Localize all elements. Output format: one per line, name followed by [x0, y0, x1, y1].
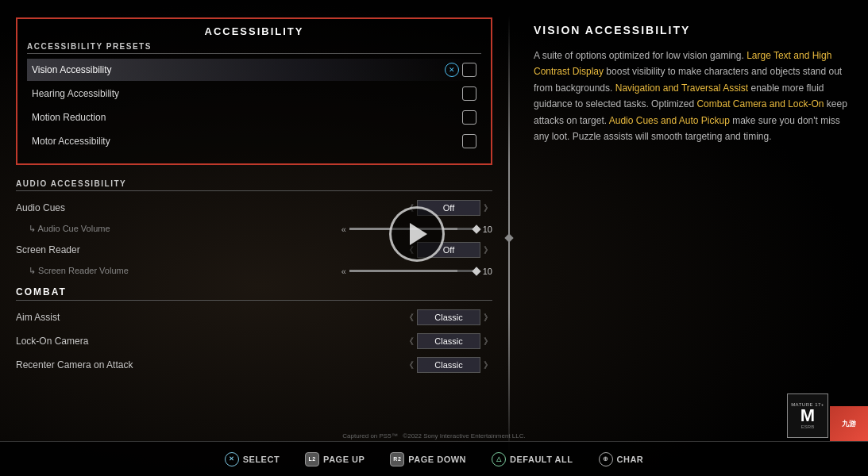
square-icon-motion — [462, 110, 476, 125]
cross-icon-btn: ✕ — [225, 452, 239, 466]
desc-highlight-4: Audio Cues and Auto Pickup — [609, 115, 730, 126]
preset-motion-label: Motion Reduction — [32, 112, 106, 123]
lockon-camera-label: Lock-On Camera — [16, 336, 405, 347]
recenter-camera-row: Recenter Camera on Attack 《 Classic 》 — [16, 353, 492, 377]
aim-assist-row: Aim Assist 《 Classic 》 — [16, 305, 492, 329]
lockon-right-arrow[interactable]: 》 — [484, 336, 492, 347]
page-up-button[interactable]: L2 PAGE UP — [292, 452, 377, 466]
audio-vol-left-arrow[interactable]: « — [341, 225, 346, 234]
aim-assist-label: Aim Assist — [16, 312, 405, 323]
sr-vol-number: 10 — [483, 267, 492, 276]
aim-assist-value-container: 《 Classic 》 — [405, 309, 492, 325]
preset-hearing-icons — [462, 86, 476, 101]
default-all-button[interactable]: △ DEFAULT ALL — [479, 452, 585, 466]
page-down-label: PAGE DOWN — [408, 455, 466, 464]
desc-part-1: A suite of options optimized for low vis… — [534, 50, 746, 61]
preset-vision[interactable]: Vision Accessibility ✕ — [27, 59, 481, 81]
screen-reader-right-arrow[interactable]: 》 — [484, 244, 492, 256]
screen-reader-volume-row: ↳ Screen Reader Volume « 10 — [16, 262, 492, 280]
preset-motion-icons — [462, 110, 476, 125]
recenter-value: Classic — [417, 357, 480, 373]
default-all-label: DEFAULT ALL — [510, 455, 573, 464]
desc-highlight-3: Combat Camera and Lock-On — [696, 98, 824, 109]
square-icon-motor — [462, 134, 476, 148]
lockon-camera-row: Lock-On Camera 《 Classic 》 — [16, 329, 492, 353]
preset-motion[interactable]: Motion Reduction — [27, 106, 481, 129]
select-button[interactable]: ✕ SELECT — [212, 452, 292, 466]
vertical-divider — [508, 16, 510, 460]
audio-vol-slider-diamond — [472, 225, 480, 233]
audio-cue-volume-label: ↳ Audio Cue Volume — [29, 224, 341, 234]
select-label: SELECT — [243, 455, 280, 464]
recenter-left-arrow[interactable]: 《 — [405, 359, 414, 371]
preset-hearing-label: Hearing Accessibility — [32, 88, 119, 99]
page-down-button[interactable]: R2 PAGE DOWN — [377, 452, 479, 466]
presets-title: ACCESSIBILITY PRESETS — [27, 42, 481, 54]
sr-vol-slider-track[interactable] — [349, 270, 476, 272]
r2-icon-btn: R2 — [390, 452, 404, 466]
char-button[interactable]: ⊕ CHAR — [586, 452, 657, 466]
accessibility-title: ACCESSIBILITY — [27, 25, 481, 37]
aim-assist-right-arrow[interactable]: 》 — [484, 312, 492, 324]
page-up-label: PAGE UP — [323, 455, 365, 464]
preset-hearing[interactable]: Hearing Accessibility — [27, 83, 481, 105]
audio-cues-right-arrow[interactable]: 》 — [484, 202, 492, 214]
square-icon-hearing — [462, 86, 476, 101]
preset-vision-icons: ✕ — [445, 63, 476, 77]
cross-icon: ✕ — [445, 63, 459, 77]
l2-icon-btn: L2 — [305, 452, 319, 466]
sr-vol-slider-fill — [349, 270, 457, 272]
screen-reader-volume-label: ↳ Screen Reader Volume — [29, 266, 341, 276]
aim-assist-left-arrow[interactable]: 《 — [405, 312, 414, 324]
screen-reader-label: Screen Reader — [16, 244, 405, 255]
preset-motor-icons — [462, 134, 476, 148]
triangle-icon-btn: △ — [492, 452, 506, 466]
audio-vol-number: 10 — [483, 225, 492, 234]
preset-vision-label: Vision Accessibility — [32, 64, 112, 75]
recenter-value-container: 《 Classic 》 — [405, 357, 492, 373]
right-panel: VISION ACCESSIBILITY A suite of options … — [510, 0, 868, 476]
recenter-camera-label: Recenter Camera on Attack — [16, 359, 405, 370]
square-icon — [462, 63, 476, 77]
info-description: A suite of options optimized for low vis… — [534, 48, 848, 144]
lockon-left-arrow[interactable]: 《 — [405, 336, 414, 347]
watermark: 九游 — [830, 406, 868, 441]
desc-highlight-2: Navigation and Traversal Assist — [615, 83, 748, 94]
accessibility-box: ACCESSIBILITY ACCESSIBILITY PRESETS Visi… — [16, 17, 492, 165]
recenter-right-arrow[interactable]: 》 — [484, 359, 492, 371]
lockon-value: Classic — [417, 333, 480, 349]
play-button[interactable] — [389, 206, 445, 262]
globe-icon-btn: ⊕ — [599, 452, 613, 466]
preset-motor[interactable]: Motor Accessibility — [27, 130, 481, 152]
audio-section-title: AUDIO ACCESSIBILITY — [16, 179, 492, 191]
combat-section-title: COMBAT — [16, 286, 492, 301]
combat-label: COMBAT — [16, 286, 67, 298]
play-triangle-icon — [410, 223, 427, 245]
screen-reader-slider-container: « 10 — [341, 267, 492, 276]
sr-vol-slider-diamond — [472, 267, 480, 275]
aim-assist-value: Classic — [417, 309, 480, 325]
audio-cues-label: Audio Cues — [16, 202, 405, 213]
preset-motor-label: Motor Accessibility — [32, 136, 110, 147]
bottom-bar: ✕ SELECT L2 PAGE UP R2 PAGE DOWN △ DEFAU… — [0, 441, 868, 476]
char-label: CHAR — [617, 455, 644, 464]
info-title: VISION ACCESSIBILITY — [534, 24, 848, 36]
sr-vol-left-arrow[interactable]: « — [341, 267, 346, 276]
lockon-value-container: 《 Classic 》 — [405, 333, 492, 349]
